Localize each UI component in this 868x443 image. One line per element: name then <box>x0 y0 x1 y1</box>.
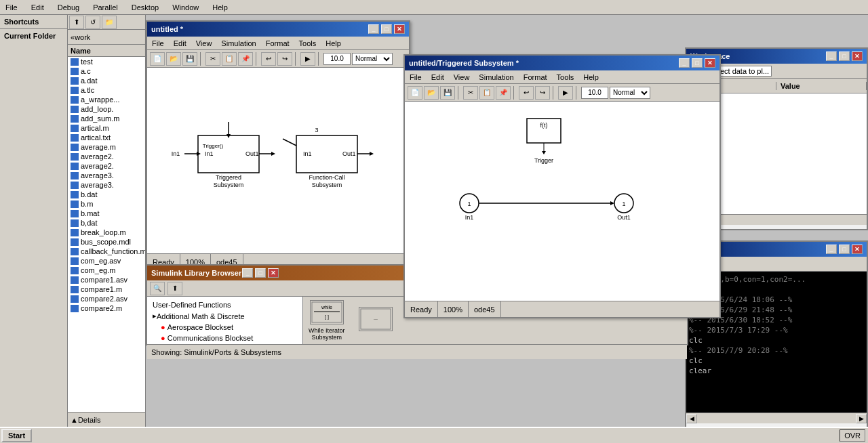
tr-menu-help[interactable]: Help <box>581 72 601 82</box>
history-scroll-right[interactable]: ▶ <box>856 414 867 423</box>
fb-folder-btn[interactable]: 📁 <box>102 16 117 29</box>
fb-item[interactable]: compare1.m <box>68 284 145 294</box>
menu-file[interactable]: File <box>3 2 20 13</box>
fb-item[interactable]: average2. <box>68 161 145 171</box>
tb-paste[interactable]: 📌 <box>238 52 253 66</box>
menu-window[interactable]: Window <box>170 2 201 13</box>
tb-cut[interactable]: ✂ <box>205 52 220 66</box>
lib-tree-control-system[interactable]: ● Control System Toolbox <box>150 343 300 344</box>
library-minimize[interactable]: _ <box>242 268 253 278</box>
history-minimize[interactable]: _ <box>826 245 837 254</box>
sim-menu-edit[interactable]: Edit <box>172 39 189 48</box>
taskbar-start-btn[interactable]: Start <box>1 429 32 442</box>
fb-item[interactable]: add_sum.m <box>68 114 145 123</box>
fb-item[interactable]: average3. <box>68 171 145 180</box>
workspace-maximize[interactable]: □ <box>839 51 850 61</box>
fb-item[interactable]: average2. <box>68 152 145 161</box>
triggered-maximize[interactable]: □ <box>692 58 703 68</box>
tr-menu-file[interactable]: File <box>408 72 424 82</box>
tr-menu-format[interactable]: Format <box>521 72 549 82</box>
workspace-minimize[interactable]: _ <box>826 51 837 61</box>
tr-tb-cut[interactable]: ✂ <box>463 86 478 100</box>
fb-item[interactable]: compare2.m <box>68 303 145 313</box>
triggered-minimize[interactable]: _ <box>679 58 690 68</box>
lib-tb-up[interactable]: ⬆ <box>167 282 182 295</box>
fb-refresh-btn[interactable]: ↺ <box>85 16 100 29</box>
fb-item[interactable]: break_loop.m <box>68 228 145 237</box>
fb-item[interactable]: a.c <box>68 66 145 76</box>
tb-redo[interactable]: ↪ <box>277 52 292 66</box>
simulink-main-maximize[interactable]: □ <box>381 24 392 34</box>
tb-run[interactable]: ▶ <box>300 52 315 66</box>
fb-item[interactable]: a_wrappe... <box>68 95 145 104</box>
fb-item[interactable]: b.m <box>68 199 145 209</box>
tb-copy[interactable]: 📋 <box>222 52 237 66</box>
fb-item[interactable]: average3. <box>68 180 145 190</box>
sim-menu-tools[interactable]: Tools <box>297 39 319 48</box>
triggered-close[interactable]: ✕ <box>705 58 715 68</box>
tb-undo[interactable]: ↩ <box>261 52 276 66</box>
history-hscrollbar[interactable]: ◀ ▶ <box>686 413 867 423</box>
fb-item[interactable]: add_loop. <box>68 104 145 114</box>
lib-block-placeholder[interactable]: ··· <box>359 307 393 334</box>
fb-item[interactable]: artical.m <box>68 123 145 133</box>
menu-desktop[interactable]: Desktop <box>129 2 161 13</box>
fb-item[interactable]: bus_scope.mdl <box>68 237 145 247</box>
fb-item[interactable]: artical.txt <box>68 133 145 142</box>
fb-details-toggle[interactable]: ▲ Details <box>68 412 145 427</box>
fb-item[interactable]: b.mat <box>68 209 145 218</box>
history-scroll-track[interactable] <box>697 414 856 423</box>
lib-block-while-iterator[interactable]: while [ ] While IteratorSubsystem <box>309 300 345 341</box>
sim-menu-format[interactable]: Format <box>264 39 292 48</box>
sim-menu-file[interactable]: File <box>150 39 166 48</box>
fb-item[interactable]: compare1.asv <box>68 275 145 284</box>
lib-tree-user-defined[interactable]: User-Defined Functions <box>150 299 300 310</box>
menu-parallel[interactable]: Parallel <box>90 2 121 13</box>
fb-item[interactable]: callback_function.m <box>68 247 145 256</box>
tr-tb-copy[interactable]: 📋 <box>479 86 494 100</box>
simulink-main-minimize[interactable]: _ <box>368 24 379 34</box>
library-maximize[interactable]: □ <box>255 268 266 278</box>
tb-new[interactable]: 📄 <box>150 52 165 66</box>
lib-tree-aerospace[interactable]: ● Aerospace Blockset <box>150 322 300 333</box>
tr-tb-sim-mode[interactable]: Normal <box>610 87 650 99</box>
lib-tree-additional-math[interactable]: ▸ Additional Math & Discrete <box>150 310 300 322</box>
tb-sim-time[interactable] <box>323 53 351 65</box>
library-close[interactable]: ✕ <box>268 268 279 278</box>
fb-item[interactable]: com_eg.asv <box>68 256 145 266</box>
lib-tb-search[interactable]: 🔍 <box>150 282 165 295</box>
tr-tb-redo[interactable]: ↪ <box>535 86 550 100</box>
fb-item[interactable]: a.tlc <box>68 85 145 95</box>
fb-item[interactable]: average.m <box>68 142 145 152</box>
tr-tb-run[interactable]: ▶ <box>558 86 573 100</box>
sim-menu-simulation[interactable]: Simulation <box>219 39 258 48</box>
tr-tb-save[interactable]: 💾 <box>440 86 455 100</box>
tb-save[interactable]: 💾 <box>182 52 197 66</box>
tr-tb-undo[interactable]: ↩ <box>519 86 534 100</box>
lib-tree-communications[interactable]: ● Communications Blockset <box>150 333 300 343</box>
menu-edit[interactable]: Edit <box>28 2 47 13</box>
history-close[interactable]: ✕ <box>852 245 863 254</box>
tr-tb-sim-time[interactable] <box>581 87 608 99</box>
tr-tb-paste[interactable]: 📌 <box>496 86 511 100</box>
tr-menu-simulation[interactable]: Simulation <box>477 72 515 82</box>
fb-item[interactable]: com_eg.m <box>68 266 145 275</box>
fb-item[interactable]: compare2.asv <box>68 294 145 303</box>
tr-tb-open[interactable]: 📂 <box>424 86 439 100</box>
sim-menu-help[interactable]: Help <box>323 39 343 48</box>
tb-sim-mode[interactable]: Normal <box>352 53 393 65</box>
tr-menu-tools[interactable]: Tools <box>555 72 576 82</box>
workspace-close[interactable]: ✕ <box>852 51 863 61</box>
fb-item[interactable]: test <box>68 57 145 66</box>
tr-tb-new[interactable]: 📄 <box>408 86 422 100</box>
simulink-main-canvas[interactable]: In1 Trigger() Out1 Triggered Subsystem I… <box>147 68 409 253</box>
fb-item[interactable]: b.dat <box>68 190 145 199</box>
tr-menu-view[interactable]: View <box>452 72 472 82</box>
sim-menu-view[interactable]: View <box>194 39 214 48</box>
fb-item[interactable]: a.dat <box>68 76 145 85</box>
fb-up-btn[interactable]: ⬆ <box>69 16 84 29</box>
history-scroll-left[interactable]: ◀ <box>686 414 697 423</box>
menu-debug[interactable]: Debug <box>55 2 82 13</box>
simulink-main-close[interactable]: ✕ <box>394 24 405 34</box>
history-maximize[interactable]: □ <box>839 245 850 254</box>
